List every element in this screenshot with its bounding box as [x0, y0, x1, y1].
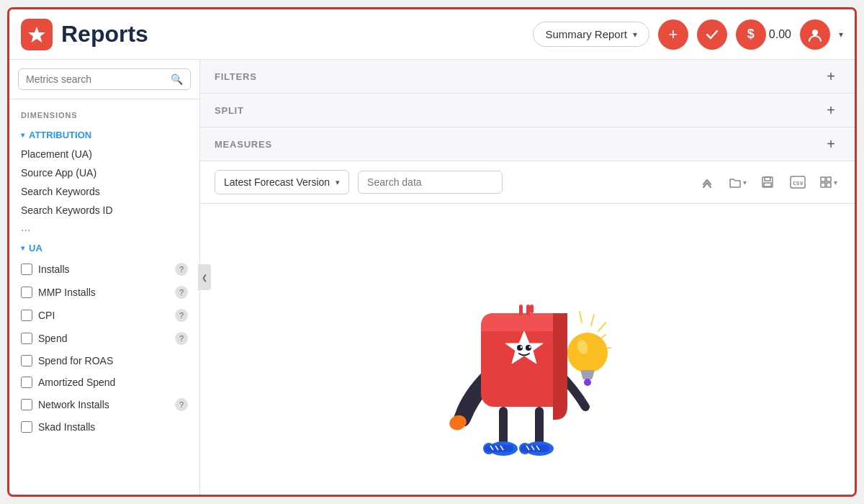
mmp-installs-checkbox[interactable] [21, 287, 32, 298]
spend-for-roas-label: Spend for ROAS [38, 355, 113, 366]
svg-point-31 [528, 346, 531, 348]
dim-source-app-ua[interactable]: Source App (UA) [9, 163, 199, 182]
cpi-checkbox[interactable] [21, 310, 32, 321]
svg-point-40 [567, 333, 608, 373]
forecast-label: Latest Forecast Version [224, 176, 330, 188]
network-installs-checkbox[interactable] [21, 399, 32, 410]
spend-display: $ 0.00 [736, 19, 791, 50]
svg-rect-8 [827, 177, 831, 181]
installs-checkbox[interactable] [21, 264, 32, 275]
svg-line-39 [580, 312, 582, 323]
svg-rect-7 [821, 177, 825, 181]
measure-installs: Installs ? [9, 258, 199, 281]
svg-marker-0 [28, 27, 45, 42]
save-button[interactable] [755, 170, 780, 194]
svg-text:csv: csv [793, 180, 804, 186]
sort-up-button[interactable] [695, 170, 719, 194]
spend-label: Spend [38, 333, 67, 344]
dim-search-keywords[interactable]: Search Keywords [9, 182, 199, 201]
csv-button[interactable]: csv [786, 170, 810, 194]
svg-rect-32 [519, 305, 523, 315]
ua-group-name: UA [29, 243, 42, 253]
data-search-box[interactable] [358, 171, 503, 194]
cpi-label: CPI [38, 310, 55, 321]
grid-button[interactable]: ▾ [816, 170, 840, 194]
report-dropdown[interactable]: Summary Report ▾ [533, 22, 649, 47]
svg-line-37 [598, 323, 606, 331]
split-label: SPLIT [215, 105, 822, 116]
svg-point-1 [812, 30, 818, 35]
measure-network-installs: Network Installs ? [9, 393, 199, 416]
forecast-chevron-icon: ▾ [336, 178, 340, 187]
network-installs-label: Network Installs [38, 399, 109, 410]
split-row: SPLIT + [200, 94, 855, 127]
measures-add-button[interactable]: + [822, 135, 840, 153]
dim-more[interactable]: ... [9, 220, 199, 235]
spend-for-roas-checkbox[interactable] [21, 355, 32, 366]
add-button[interactable]: + [658, 19, 688, 50]
spend-amount: 0.00 [769, 28, 791, 41]
chevron-down-icon: ▾ [633, 30, 637, 40]
svg-rect-3 [765, 177, 770, 181]
user-chevron-icon[interactable]: ▾ [839, 30, 843, 40]
report-selector: Summary Report ▾ + $ 0.00 ▾ [533, 19, 843, 50]
folder-button[interactable]: ▾ [725, 170, 750, 194]
mmp-installs-info-icon[interactable]: ? [175, 286, 188, 299]
svg-rect-12 [535, 407, 544, 446]
network-installs-info-icon[interactable]: ? [175, 398, 188, 411]
toolbar-icons: ▾ csv [695, 170, 840, 194]
measure-cpi: CPI ? [9, 304, 199, 327]
folder-chevron-icon: ▾ [743, 179, 747, 186]
skad-installs-checkbox[interactable] [21, 421, 32, 433]
grid-chevron-icon: ▾ [834, 179, 837, 186]
filters-label: FILTERS [215, 71, 822, 82]
dim-search-keywords-id[interactable]: Search Keywords ID [9, 201, 199, 220]
content-area: FILTERS + SPLIT + MEASURES + Latest Fore… [200, 60, 855, 495]
svg-rect-10 [827, 183, 831, 187]
filters-add-button[interactable]: + [822, 67, 840, 86]
measure-spend: Spend ? [9, 327, 199, 350]
metrics-search-input[interactable] [26, 73, 165, 85]
measure-spend-for-roas: Spend for ROAS [9, 350, 199, 372]
amortized-spend-checkbox[interactable] [21, 377, 32, 388]
cpi-info-icon[interactable]: ? [175, 309, 188, 322]
spend-checkbox[interactable] [21, 333, 32, 344]
svg-point-30 [520, 346, 522, 348]
header: Reports Summary Report ▾ + $ 0.00 [9, 9, 855, 60]
metrics-search-box[interactable]: 🔍 [18, 68, 191, 90]
report-dropdown-label: Summary Report [545, 28, 626, 40]
ua-group-header[interactable]: ▾ UA [9, 235, 199, 258]
measure-amortized-spend: Amortized Spend [9, 372, 199, 393]
check-button[interactable] [697, 19, 727, 50]
svg-rect-33 [526, 305, 530, 315]
installs-info-icon[interactable]: ? [175, 263, 188, 276]
attribution-group-header[interactable]: ▾ ATTRIBUTION [9, 125, 199, 145]
split-add-button[interactable]: + [822, 101, 840, 120]
measure-mmp-installs: MMP Installs ? [9, 281, 199, 304]
sidebar-search-area: 🔍 [9, 60, 199, 99]
app-container: Reports Summary Report ▾ + $ 0.00 [7, 7, 857, 497]
mmp-installs-label: MMP Installs [38, 287, 96, 298]
dollar-icon[interactable]: $ [736, 19, 766, 50]
measures-label: MEASURES [215, 139, 822, 150]
user-avatar-button[interactable] [800, 19, 830, 50]
mascot-illustration [413, 227, 643, 472]
toolbar: Latest Forecast Version ▾ [200, 161, 855, 204]
sidebar: 🔍 DIMENSIONS ▾ ATTRIBUTION Placement (UA… [9, 60, 200, 495]
logo-icon [21, 19, 53, 50]
svg-rect-4 [764, 183, 771, 186]
filters-row: FILTERS + [200, 60, 855, 94]
dim-placement-ua[interactable]: Placement (UA) [9, 145, 199, 163]
svg-line-38 [591, 315, 594, 325]
sidebar-collapse-handle[interactable]: ❮ [198, 264, 211, 290]
empty-state [200, 204, 855, 495]
svg-rect-11 [499, 407, 508, 446]
forecast-dropdown[interactable]: Latest Forecast Version ▾ [215, 170, 349, 194]
sidebar-wrapper: 🔍 DIMENSIONS ▾ ATTRIBUTION Placement (UA… [9, 60, 200, 495]
spend-info-icon[interactable]: ? [175, 332, 188, 345]
amortized-spend-label: Amortized Spend [38, 377, 115, 388]
dimensions-label: DIMENSIONS [9, 108, 199, 125]
main-layout: 🔍 DIMENSIONS ▾ ATTRIBUTION Placement (UA… [9, 60, 855, 495]
attribution-group-name: ATTRIBUTION [29, 130, 91, 140]
data-search-input[interactable] [367, 176, 493, 188]
